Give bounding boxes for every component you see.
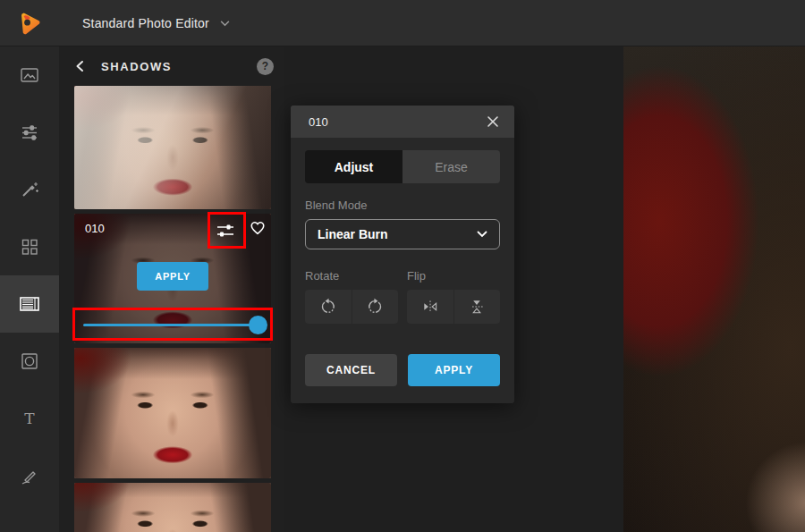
tab-adjust[interactable]: Adjust [305, 150, 402, 183]
flip-vertical-icon [468, 298, 486, 316]
thumbnail-settings-button[interactable] [215, 220, 236, 241]
overlay-thumbnail-3[interactable] [74, 348, 271, 478]
popup-tabs: Adjust Erase [305, 150, 500, 183]
sliders-icon [215, 220, 236, 241]
overlay-thumbnail-010-selected[interactable]: 010 APPLY [74, 214, 271, 343]
sidebar-item-draw[interactable] [0, 447, 59, 504]
help-icon[interactable]: ? [257, 58, 274, 75]
svg-text:T: T [24, 410, 35, 427]
blend-mode-label: Blend Mode [305, 198, 500, 212]
overlays-icon [18, 293, 41, 315]
shadow-overlay-preview [74, 86, 271, 209]
popup-header: 010 [291, 106, 514, 138]
heart-icon [248, 217, 267, 237]
flip-horizontal-icon [421, 298, 439, 316]
rotate-cw-icon [366, 298, 384, 316]
thumbnail-apply-button[interactable]: APPLY [137, 262, 208, 291]
canvas-image [623, 46, 805, 532]
sidebar-item-effects[interactable] [0, 161, 59, 218]
rotate-ccw-button[interactable] [305, 290, 352, 324]
tab-erase[interactable]: Erase [402, 150, 500, 183]
editor-mode-label: Standard Photo Editor [82, 16, 209, 30]
panel-header: SHADOWS ? [59, 46, 284, 86]
slider-track[interactable] [83, 324, 266, 326]
sidebar-item-text[interactable]: T [0, 390, 59, 447]
adjust-icon [19, 122, 40, 143]
overlay-thumbnail-4[interactable] [74, 483, 271, 532]
sidebar-item-filters[interactable] [0, 218, 59, 275]
back-icon[interactable] [74, 60, 85, 72]
rotate-cw-button[interactable] [352, 290, 399, 324]
panel-title: SHADOWS [101, 60, 257, 73]
close-icon [487, 115, 499, 128]
overlay-thumbnail-1[interactable] [74, 86, 271, 209]
favorite-heart-icon[interactable] [248, 217, 267, 237]
sidebar-item-photo[interactable] [0, 46, 59, 104]
app-logo[interactable] [0, 0, 59, 46]
popup-actions: CANCEL APPLY [305, 354, 500, 386]
effects-wand-icon [19, 179, 40, 200]
thumbnail-id-label: 010 [85, 222, 105, 235]
sidebar-item-adjust[interactable] [0, 104, 59, 161]
rotate-label: Rotate [305, 269, 398, 283]
rotate-ccw-icon [319, 298, 337, 316]
overlay-panel: SHADOWS ? 010 APPLY [59, 46, 284, 532]
apply-button[interactable]: APPLY [408, 354, 500, 386]
overlay-settings-popup: 010 Adjust Erase Blend Mode Linear Burn … [291, 106, 514, 403]
frames-icon [19, 350, 40, 372]
photo-icon [19, 64, 40, 86]
intensity-slider[interactable] [83, 317, 266, 333]
draw-icon [19, 465, 40, 486]
logo-icon [18, 12, 41, 35]
thumbnail-image [74, 483, 271, 532]
tool-sidebar: T [0, 46, 59, 532]
flip-vertical-button[interactable] [454, 290, 501, 324]
chevron-down-icon [220, 21, 230, 27]
top-bar: Standard Photo Editor [0, 0, 805, 46]
flip-buttons [407, 290, 500, 324]
text-icon: T [19, 408, 40, 429]
chevron-down-icon [477, 231, 487, 238]
close-button[interactable] [486, 114, 500, 129]
thumbnail-image [74, 348, 271, 478]
rotate-buttons [305, 290, 398, 324]
cancel-button[interactable]: CANCEL [305, 354, 397, 386]
sidebar-item-frames[interactable] [0, 333, 59, 390]
slider-handle[interactable] [249, 316, 267, 334]
popup-body: Adjust Erase Blend Mode Linear Burn Rota… [291, 138, 514, 386]
flip-label: Flip [407, 269, 500, 283]
editor-mode-dropdown[interactable]: Standard Photo Editor [82, 16, 230, 30]
filters-grid-icon [19, 236, 40, 258]
popup-title: 010 [309, 115, 486, 129]
sidebar-item-overlays[interactable] [0, 275, 59, 333]
blend-mode-value: Linear Burn [318, 227, 477, 241]
flip-horizontal-button[interactable] [407, 290, 453, 324]
blend-mode-select[interactable]: Linear Burn [305, 219, 500, 249]
